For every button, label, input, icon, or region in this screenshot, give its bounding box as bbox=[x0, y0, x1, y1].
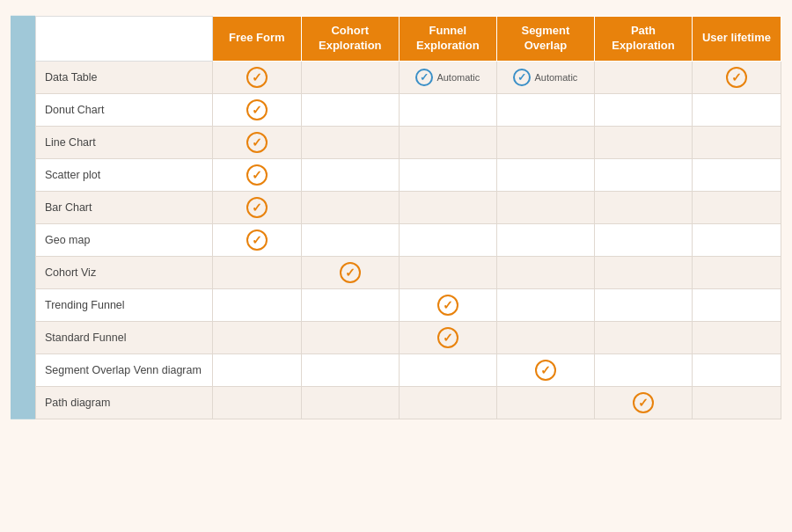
table-row: Geo map✓ bbox=[36, 223, 781, 256]
cell-free_form bbox=[212, 256, 301, 288]
check-icon: ✓ bbox=[246, 99, 268, 120]
check-icon: ✓ bbox=[513, 69, 531, 86]
check-icon: ✓ bbox=[246, 230, 268, 251]
column-header-segment: Segment Overlap bbox=[496, 17, 594, 62]
cell-path: ✓ bbox=[594, 386, 692, 419]
cell-segment bbox=[496, 93, 594, 126]
cell-funnel bbox=[399, 256, 496, 288]
outer-wrapper: Free FormCohort ExplorationFunnel Explor… bbox=[0, 0, 792, 532]
cell-free_form bbox=[212, 353, 301, 386]
cell-segment bbox=[496, 386, 594, 419]
table-row: Standard Funnel✓ bbox=[36, 321, 781, 353]
row-label: Scatter plot bbox=[36, 158, 213, 191]
check-icon: ✓ bbox=[415, 69, 433, 86]
check-icon: ✓ bbox=[726, 67, 747, 88]
cell-funnel bbox=[399, 353, 496, 386]
cell-cohort bbox=[301, 223, 399, 256]
row-label: Line Chart bbox=[36, 126, 213, 158]
cell-cohort bbox=[301, 158, 399, 191]
row-label: Donut Chart bbox=[36, 93, 213, 126]
automatic-label: Automatic bbox=[436, 72, 480, 83]
row-label: Bar Chart bbox=[36, 191, 213, 223]
check-icon: ✓ bbox=[246, 197, 268, 218]
side-label bbox=[11, 16, 35, 419]
table-row: Data Table✓✓Automatic✓Automatic✓ bbox=[36, 61, 781, 93]
cell-cohort bbox=[301, 126, 399, 158]
check-auto-icon: ✓Automatic bbox=[513, 69, 577, 86]
cell-cohort bbox=[301, 386, 399, 419]
cell-path bbox=[594, 191, 692, 223]
cell-path bbox=[594, 93, 692, 126]
row-label: Standard Funnel bbox=[36, 321, 213, 353]
row-label: Path diagram bbox=[36, 386, 213, 419]
cell-free_form bbox=[212, 386, 301, 419]
check-icon: ✓ bbox=[437, 327, 458, 348]
check-icon: ✓ bbox=[246, 132, 268, 153]
cell-segment bbox=[496, 256, 594, 288]
cell-funnel: ✓ bbox=[399, 288, 496, 321]
table-row: Scatter plot✓ bbox=[36, 158, 781, 191]
cell-user bbox=[693, 191, 781, 223]
check-icon: ✓ bbox=[437, 295, 458, 316]
cell-free_form: ✓ bbox=[212, 126, 301, 158]
automatic-label: Automatic bbox=[534, 72, 577, 83]
column-header-free_form: Free Form bbox=[212, 17, 301, 62]
cell-segment: ✓Automatic bbox=[496, 61, 594, 93]
main-table: Free FormCohort ExplorationFunnel Explor… bbox=[35, 16, 781, 419]
cell-path bbox=[594, 321, 692, 353]
cell-path bbox=[594, 126, 692, 158]
table-row: Trending Funnel✓ bbox=[36, 288, 781, 321]
column-header-cohort: Cohort Exploration bbox=[301, 17, 399, 62]
cell-free_form: ✓ bbox=[212, 158, 301, 191]
cell-funnel: ✓Automatic bbox=[399, 61, 496, 93]
column-header-row_header bbox=[36, 17, 213, 62]
cell-free_form: ✓ bbox=[212, 61, 301, 93]
check-icon: ✓ bbox=[246, 164, 268, 186]
table-row: Donut Chart✓ bbox=[36, 93, 781, 126]
check-icon: ✓ bbox=[535, 360, 556, 381]
cell-cohort bbox=[301, 288, 399, 321]
cell-funnel bbox=[399, 223, 496, 256]
cell-path bbox=[594, 353, 692, 386]
row-label: Trending Funnel bbox=[36, 288, 213, 321]
check-icon: ✓ bbox=[340, 262, 361, 283]
table-row: Segment Overlap Venn diagram✓ bbox=[36, 353, 781, 386]
cell-path bbox=[594, 256, 692, 288]
cell-segment bbox=[496, 288, 594, 321]
cell-path bbox=[594, 223, 692, 256]
cell-cohort bbox=[301, 353, 399, 386]
cell-cohort bbox=[301, 191, 399, 223]
cell-funnel: ✓ bbox=[399, 321, 496, 353]
cell-free_form: ✓ bbox=[212, 93, 301, 126]
row-label: Data Table bbox=[36, 61, 213, 93]
cell-user: ✓ bbox=[693, 61, 781, 93]
cell-path bbox=[594, 158, 692, 191]
cell-user bbox=[693, 158, 781, 191]
table-row: Cohort Viz✓ bbox=[36, 256, 781, 288]
cell-segment bbox=[496, 223, 594, 256]
cell-user bbox=[693, 386, 781, 419]
cell-user bbox=[693, 93, 781, 126]
row-label: Geo map bbox=[36, 223, 213, 256]
column-header-path: Path Exploration bbox=[594, 17, 692, 62]
table-row: Path diagram✓ bbox=[36, 386, 781, 419]
cell-cohort bbox=[301, 93, 399, 126]
cell-user bbox=[693, 223, 781, 256]
cell-free_form: ✓ bbox=[212, 223, 301, 256]
cell-free_form bbox=[212, 288, 301, 321]
cell-path bbox=[594, 288, 692, 321]
cell-funnel bbox=[399, 386, 496, 419]
table-row: Line Chart✓ bbox=[36, 126, 781, 158]
check-icon: ✓ bbox=[246, 67, 268, 88]
cell-segment bbox=[496, 191, 594, 223]
cell-user bbox=[693, 321, 781, 353]
cell-path bbox=[594, 61, 692, 93]
row-label: Segment Overlap Venn diagram bbox=[36, 353, 213, 386]
cell-funnel bbox=[399, 126, 496, 158]
row-label: Cohort Viz bbox=[36, 256, 213, 288]
check-icon: ✓ bbox=[633, 392, 654, 413]
cell-cohort: ✓ bbox=[301, 256, 399, 288]
cell-cohort bbox=[301, 61, 399, 93]
cell-funnel bbox=[399, 158, 496, 191]
cell-user bbox=[693, 353, 781, 386]
